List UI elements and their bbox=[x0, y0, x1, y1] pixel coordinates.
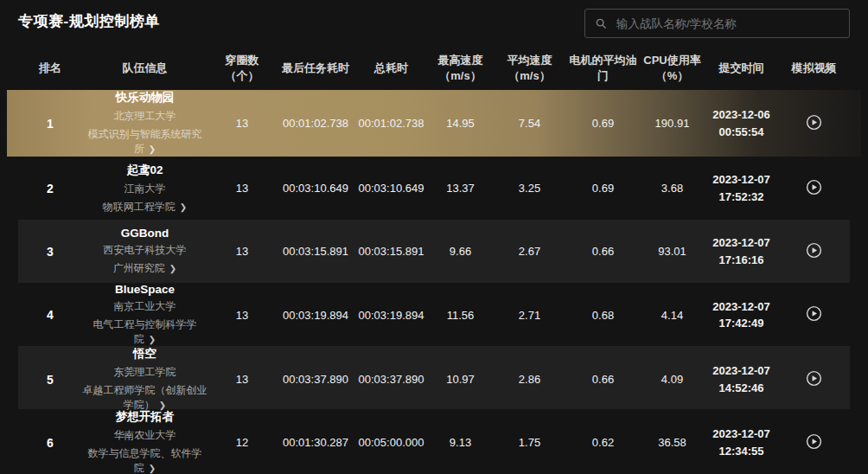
team-dept-link[interactable]: 电气工程与控制科学学院❯ bbox=[82, 317, 207, 347]
last-task-time-cell: 00:03:10.649 bbox=[277, 182, 354, 195]
team-name: GGBond bbox=[82, 227, 207, 240]
team-dept-link[interactable]: 卓越工程师学院（创新创业学院）❯ bbox=[82, 383, 207, 413]
video-cell bbox=[778, 241, 850, 262]
cpu-usage-cell: 4.09 bbox=[640, 373, 705, 386]
table-row[interactable]: 4 BlueSpace 南京工业大学 电气工程与控制科学学院❯ 13 00:03… bbox=[18, 283, 850, 346]
chevron-right-icon: ❯ bbox=[169, 264, 176, 273]
table-row[interactable]: 2 起鸢02 江南大学 物联网工程学院❯ 13 00:03:10.649 00:… bbox=[18, 157, 850, 220]
play-video-button[interactable] bbox=[805, 241, 823, 259]
team-school: 南京工业大学 bbox=[82, 299, 207, 314]
submit-time-cell: 2023-12-07 17:16:16 bbox=[705, 234, 778, 268]
team-dept-link[interactable]: 数学与信息学院、软件学院❯ bbox=[82, 446, 207, 474]
search-input[interactable] bbox=[615, 16, 839, 31]
avg-throttle-cell: 0.66 bbox=[566, 245, 640, 258]
column-header-max_speed: 最高速度 （m/s） bbox=[428, 53, 493, 83]
max-speed-cell: 13.37 bbox=[428, 182, 493, 195]
play-video-button[interactable] bbox=[805, 432, 823, 451]
team-info-cell: BlueSpace 南京工业大学 电气工程与控制科学学院❯ bbox=[82, 283, 207, 347]
cpu-usage-cell: 4.14 bbox=[640, 309, 705, 322]
max-speed-cell: 9.66 bbox=[428, 245, 493, 258]
team-dept-link[interactable]: 模式识别与智能系统研究所❯ bbox=[82, 127, 207, 157]
rank-cell: 1 bbox=[18, 117, 82, 131]
last-task-time-cell: 00:01:02.738 bbox=[277, 117, 354, 130]
total-time-cell: 00:03:10.649 bbox=[354, 182, 428, 195]
team-dept-label: 物联网工程学院 bbox=[103, 201, 176, 213]
circles-cell: 13 bbox=[207, 182, 277, 195]
team-name: 梦想开拓者 bbox=[82, 409, 207, 425]
play-circle-icon bbox=[805, 113, 823, 131]
chevron-right-icon: ❯ bbox=[180, 202, 187, 212]
column-header-submit_time: 提交时间 bbox=[705, 61, 778, 76]
video-cell bbox=[778, 113, 850, 134]
circles-cell: 13 bbox=[207, 245, 277, 258]
max-speed-cell: 11.56 bbox=[428, 309, 493, 322]
avg-throttle-cell: 0.62 bbox=[566, 436, 640, 449]
team-name: BlueSpace bbox=[82, 283, 207, 296]
page-title: 专项赛-规划控制榜单 bbox=[18, 9, 160, 31]
submit-time-cell: 2023-12-07 12:34:55 bbox=[705, 426, 778, 459]
team-info-cell: 悟空 东莞理工学院 卓越工程师学院（创新创业学院）❯ bbox=[82, 346, 207, 413]
cpu-usage-cell: 3.68 bbox=[640, 182, 705, 195]
column-header-rank: 排名 bbox=[18, 61, 82, 76]
total-time-cell: 00:03:37.890 bbox=[354, 373, 428, 386]
table-row[interactable]: 5 悟空 东莞理工学院 卓越工程师学院（创新创业学院）❯ 13 00:03:37… bbox=[18, 346, 850, 409]
column-header-avg_throttle: 电机的平均油门 bbox=[566, 53, 640, 83]
avg-speed-cell: 3.25 bbox=[493, 182, 566, 195]
avg-throttle-cell: 0.69 bbox=[566, 117, 640, 130]
rank-cell: 3 bbox=[18, 245, 82, 259]
team-dept-link[interactable]: 广州研究院❯ bbox=[82, 261, 207, 276]
play-video-button[interactable] bbox=[805, 304, 823, 323]
total-time-cell: 00:01:02.738 bbox=[354, 117, 428, 130]
team-dept-label: 广州研究院 bbox=[113, 262, 165, 274]
circles-cell: 13 bbox=[207, 309, 277, 322]
team-dept-label: 数学与信息学院、软件学院 bbox=[88, 447, 202, 474]
team-name: 悟空 bbox=[82, 346, 207, 362]
last-task-time-cell: 00:03:19.894 bbox=[277, 309, 354, 322]
table-row[interactable]: 1 快乐动物园 北京理工大学 模式识别与智能系统研究所❯ 13 00:01:02… bbox=[7, 90, 861, 157]
column-header-circles: 穿圈数 （个） bbox=[207, 53, 277, 83]
chevron-right-icon: ❯ bbox=[149, 464, 156, 473]
leaderboard-page: 专项赛-规划控制榜单 排名 队伍信息 穿圈数 （个） 最后任务耗时 总耗时 最高… bbox=[0, 0, 868, 472]
team-school: 西安电子科技大学 bbox=[82, 243, 207, 258]
avg-speed-cell: 2.67 bbox=[493, 245, 566, 258]
submit-time-cell: 2023-12-07 14:52:46 bbox=[705, 362, 778, 396]
top-bar: 专项赛-规划控制榜单 bbox=[18, 0, 850, 40]
table-row[interactable]: 6 梦想开拓者 华南农业大学 数学与信息学院、软件学院❯ 12 00:01:30… bbox=[18, 409, 850, 472]
play-video-button[interactable] bbox=[805, 369, 823, 388]
team-school: 东莞理工学院 bbox=[82, 365, 207, 380]
rank-cell: 2 bbox=[18, 182, 82, 195]
team-school: 北京理工大学 bbox=[82, 109, 207, 124]
search-icon bbox=[595, 17, 607, 29]
column-header-last_task_time: 最后任务耗时 bbox=[277, 61, 354, 76]
play-video-button[interactable] bbox=[805, 178, 823, 196]
chevron-right-icon: ❯ bbox=[149, 144, 156, 154]
team-school: 华南农业大学 bbox=[82, 428, 207, 443]
submit-time-cell: 2023-12-06 00:55:54 bbox=[705, 106, 778, 140]
video-cell bbox=[778, 432, 850, 453]
video-cell bbox=[778, 178, 850, 199]
table-header-row: 排名 队伍信息 穿圈数 （个） 最后任务耗时 总耗时 最高速度 （m/s） 平均… bbox=[18, 47, 850, 90]
avg-speed-cell: 2.71 bbox=[493, 309, 566, 322]
total-time-cell: 00:03:19.894 bbox=[354, 309, 428, 322]
column-header-total_time: 总耗时 bbox=[354, 61, 428, 76]
avg-throttle-cell: 0.69 bbox=[566, 182, 640, 195]
play-video-button[interactable] bbox=[805, 113, 823, 131]
team-dept-label: 电气工程与控制科学学院 bbox=[93, 318, 197, 345]
column-header-team: 队伍信息 bbox=[82, 61, 207, 76]
max-speed-cell: 14.95 bbox=[428, 117, 493, 130]
table-row[interactable]: 3 GGBond 西安电子科技大学 广州研究院❯ 13 00:03:15.891… bbox=[18, 220, 850, 283]
team-info-cell: 快乐动物园 北京理工大学 模式识别与智能系统研究所❯ bbox=[82, 90, 207, 157]
total-time-cell: 00:05:00.000 bbox=[354, 436, 428, 449]
circles-cell: 13 bbox=[207, 117, 277, 130]
team-dept-label: 卓越工程师学院（创新创业学院） bbox=[83, 384, 207, 411]
video-cell bbox=[778, 304, 850, 325]
search-box[interactable] bbox=[584, 9, 850, 38]
submit-time-cell: 2023-12-07 17:42:49 bbox=[705, 298, 778, 332]
submit-time-cell: 2023-12-07 17:52:32 bbox=[705, 171, 778, 205]
team-info-cell: 梦想开拓者 华南农业大学 数学与信息学院、软件学院❯ bbox=[82, 409, 207, 474]
max-speed-cell: 10.97 bbox=[428, 373, 493, 386]
team-dept-link[interactable]: 物联网工程学院❯ bbox=[82, 200, 207, 215]
avg-speed-cell: 2.86 bbox=[493, 373, 566, 386]
table-body: 1 快乐动物园 北京理工大学 模式识别与智能系统研究所❯ 13 00:01:02… bbox=[18, 90, 850, 472]
column-header-avg_speed: 平均速度 （m/s） bbox=[493, 53, 566, 83]
